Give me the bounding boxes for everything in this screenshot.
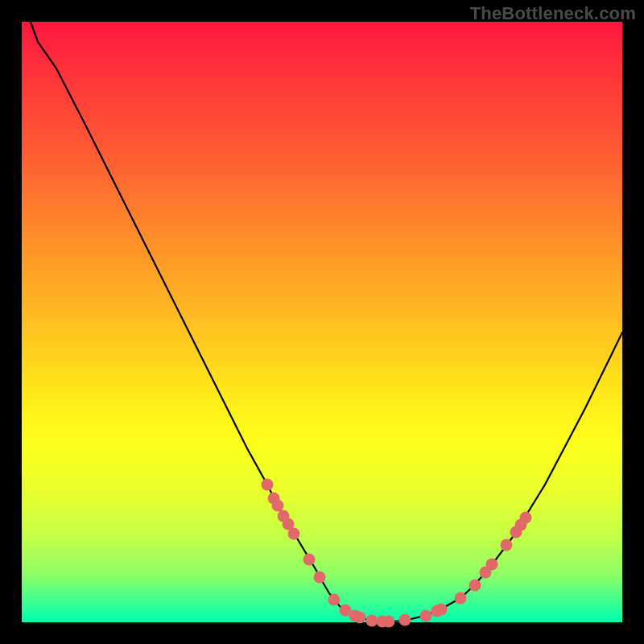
curve-marker (314, 572, 326, 584)
curve-marker (469, 580, 481, 592)
watermark-text: TheBottleneck.com (470, 3, 636, 24)
curve-marker (262, 479, 274, 491)
curve-marker (383, 616, 395, 628)
marker-group (262, 479, 532, 628)
curve-marker (420, 610, 432, 622)
curve-marker (399, 614, 411, 626)
bottleneck-curve (22, 0, 622, 621)
curve-layer (22, 22, 622, 622)
curve-marker (486, 559, 498, 571)
curve-marker (354, 612, 366, 624)
curve-marker (288, 528, 300, 540)
curve-marker (436, 604, 448, 616)
chart-frame: TheBottleneck.com (0, 0, 644, 644)
curve-marker (328, 594, 341, 606)
curve-marker (520, 512, 532, 524)
curve-marker (272, 500, 284, 512)
curve-marker (303, 554, 316, 566)
curve-marker (455, 592, 467, 605)
curve-marker (366, 615, 378, 627)
curve-marker (501, 539, 513, 551)
